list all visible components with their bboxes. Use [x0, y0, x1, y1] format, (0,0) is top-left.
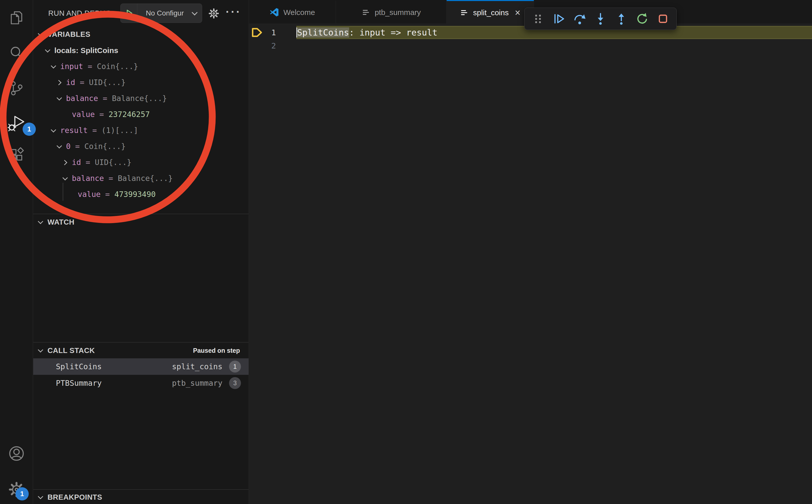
debug-config-bar: No Configur	[120, 4, 202, 23]
stop-button[interactable]	[656, 11, 670, 26]
equals-sign: =	[95, 110, 108, 119]
equals-sign: =	[104, 174, 118, 183]
variables-section-header[interactable]: VARIABLES	[33, 26, 248, 42]
code-line: 2	[249, 39, 812, 52]
chevron-down-icon[interactable]	[45, 48, 50, 53]
chevron-down-icon[interactable]	[51, 128, 56, 133]
variable-row[interactable]: balance = Balance{...}	[33, 90, 248, 106]
scope-row[interactable]: locals: SplitCoins	[33, 42, 248, 58]
call-stack-section-header[interactable]: CALL STACK Paused on step	[33, 343, 248, 358]
variable-name: balance	[66, 94, 98, 103]
variable-row[interactable]: result = (1)[...]	[33, 122, 248, 138]
frame-name: SplitCoins	[56, 362, 102, 371]
chevron-down-icon[interactable]	[57, 96, 62, 101]
editor-gutter[interactable]: 2	[249, 39, 277, 52]
frame-name: PTBSummary	[56, 379, 102, 388]
sidebar-item-search[interactable]	[0, 43, 33, 63]
chevron-right-icon[interactable]	[57, 80, 62, 85]
restart-button[interactable]	[635, 11, 650, 26]
toolbar-drag-handle[interactable]	[531, 11, 546, 26]
editor-group: Welcome ptb_summary	[249, 0, 812, 504]
chevron-down-icon[interactable]	[192, 10, 197, 16]
variable-row[interactable]: input = Coin{...}	[33, 58, 248, 74]
variable-name: balance	[72, 174, 104, 183]
extensions-icon	[8, 146, 25, 163]
step-out-button[interactable]	[614, 11, 629, 26]
breakpoints-section-header[interactable]: BREAKPOINTS	[33, 490, 248, 504]
pause-status: Paused on step	[193, 347, 240, 354]
section-title: CALL STACK	[47, 346, 95, 355]
call-stack-section: CALL STACK Paused on step SplitCoins spl…	[33, 342, 248, 489]
variable-row[interactable]: 0 = Coin{...}	[33, 138, 248, 154]
tab-label: Welcome	[283, 8, 315, 17]
line-number: 2	[271, 41, 276, 50]
variable-name: result	[60, 126, 88, 135]
equals-sign: =	[71, 142, 84, 151]
equals-sign: =	[75, 78, 89, 87]
gear-icon	[208, 8, 220, 19]
watch-section-header[interactable]: WATCH	[33, 214, 248, 230]
frame-source: ptb_summary	[172, 379, 222, 388]
variable-value: Balance{...}	[118, 174, 173, 183]
debug-settings-gear-button[interactable]	[208, 8, 220, 19]
indent-guide	[63, 183, 63, 201]
vscode-logo-icon	[270, 8, 279, 17]
editor-gutter[interactable]: 1	[249, 26, 277, 39]
debug-count-badge: 1	[23, 123, 36, 136]
sidebar-item-source-control[interactable]	[0, 78, 33, 98]
sidebar-item-extensions[interactable]	[0, 145, 33, 165]
equals-sign: =	[98, 94, 112, 103]
variable-row[interactable]: id = UID{...}	[33, 74, 248, 90]
variable-row[interactable]: value = 473993490	[33, 186, 248, 202]
equals-sign: =	[81, 158, 95, 167]
continue-button[interactable]	[552, 11, 566, 26]
sidebar-header: RUN AND DEBUG No Configur	[33, 0, 248, 26]
watch-section: WATCH	[33, 214, 248, 342]
chevron-down-icon[interactable]	[63, 176, 68, 181]
chevron-down-icon	[38, 495, 43, 500]
tab-welcome[interactable]: Welcome	[249, 0, 336, 24]
vscode-window: { "activity_bar": { "items": [ { "name":…	[0, 0, 812, 504]
stop-icon	[657, 12, 669, 25]
gripper-icon	[534, 13, 542, 25]
chevron-down-icon	[38, 348, 43, 353]
restart-icon	[636, 12, 649, 25]
settings-badge: 1	[15, 487, 29, 500]
call-stack-frame[interactable]: SplitCoins split_coins 1	[33, 358, 248, 375]
frame-badge: 1	[229, 361, 241, 373]
variables-section: VARIABLES locals: SplitCoinsinput = Coin…	[33, 26, 248, 214]
account-button[interactable]	[0, 443, 33, 464]
start-debugging-button[interactable]	[121, 4, 137, 23]
variable-name: input	[60, 62, 83, 71]
tab-ptb-summary[interactable]: ptb_summary	[336, 0, 447, 24]
account-icon	[8, 445, 25, 462]
frame-badge: 3	[229, 377, 241, 389]
chevron-down-icon[interactable]	[57, 144, 62, 149]
step-into-icon	[594, 12, 607, 25]
call-stack-frame[interactable]: PTBSummary ptb_summary 3	[33, 375, 248, 391]
variable-name: id	[72, 158, 81, 167]
variable-value: 473993490	[114, 190, 156, 199]
config-dropdown[interactable]: No Configur	[137, 9, 192, 17]
sidebar-title: RUN AND DEBUG	[48, 9, 111, 18]
variables-tree: locals: SplitCoinsinput = Coin{...}id = …	[33, 42, 248, 202]
chevron-right-icon[interactable]	[63, 160, 68, 165]
line-number: 1	[271, 28, 276, 37]
step-over-icon	[573, 12, 586, 25]
close-icon[interactable]: ×	[515, 8, 520, 18]
section-title: WATCH	[47, 218, 74, 226]
tab-split-coins[interactable]: split_coins ×	[447, 0, 534, 24]
continue-icon	[553, 12, 565, 25]
section-title: BREAKPOINTS	[47, 493, 102, 501]
tab-label: ptb_summary	[375, 8, 421, 17]
step-over-button[interactable]	[572, 11, 587, 26]
variable-row[interactable]: value = 237246257	[33, 106, 248, 122]
variable-row[interactable]: balance = Balance{...}	[33, 170, 248, 186]
code-line-content	[296, 39, 812, 52]
sidebar-item-explorer[interactable]	[0, 7, 33, 28]
step-into-button[interactable]	[593, 11, 608, 26]
variable-row[interactable]: id = UID{...}	[33, 154, 248, 170]
more-actions-button[interactable]: ···	[226, 6, 241, 18]
chevron-down-icon[interactable]	[51, 64, 56, 69]
variable-value: Coin{...}	[97, 62, 138, 71]
